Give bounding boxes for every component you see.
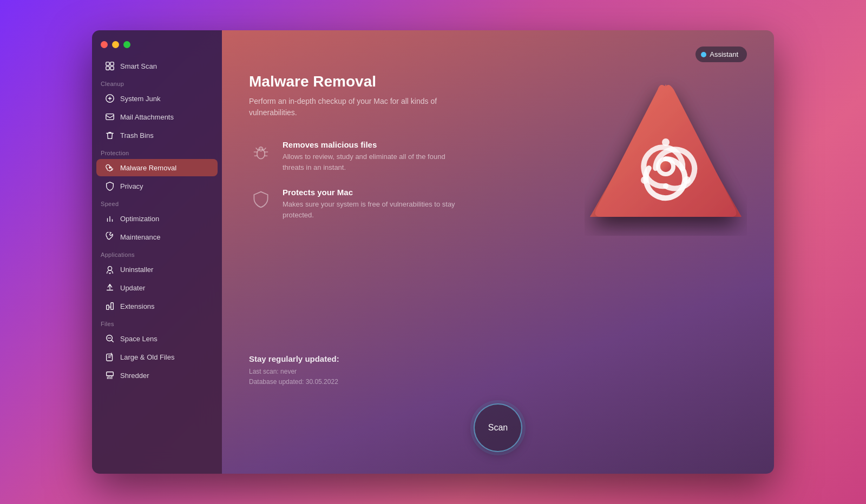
maintenance-icon <box>105 232 115 242</box>
sidebar-item-label: System Junk <box>120 95 160 103</box>
last-scan-text: Last scan: never <box>249 367 747 377</box>
sidebar-item-smart-scan[interactable]: Smart Scan <box>96 57 218 75</box>
sidebar-item-system-junk[interactable]: System Junk <box>96 90 218 107</box>
sidebar-item-privacy[interactable]: Privacy <box>96 177 218 195</box>
feature-description: Makes sure your system is free of vulner… <box>283 199 456 220</box>
assistant-status-dot <box>701 52 706 57</box>
sidebar-item-malware-removal[interactable]: Malware Removal <box>96 159 218 176</box>
feature-description: Allows to review, study and eliminate al… <box>283 151 456 173</box>
extensions-icon <box>105 301 115 311</box>
sidebar-item-optimization[interactable]: Optimization <box>96 210 218 227</box>
mail-icon <box>105 112 115 122</box>
sidebar: Smart Scan Cleanup System Junk Mail Atta… <box>92 30 222 474</box>
db-updated-text: Database updated: 30.05.2022 <box>249 377 747 387</box>
svg-point-10 <box>108 267 111 270</box>
sidebar-item-extensions[interactable]: Extensions <box>96 297 218 315</box>
page-subtitle: Perform an in-depth checkup of your Mac … <box>249 96 455 118</box>
section-label-applications: Applications <box>92 246 222 260</box>
app-window: Smart Scan Cleanup System Junk Mail Atta… <box>92 30 774 474</box>
sidebar-item-updater[interactable]: Updater <box>96 279 218 296</box>
feature-text-protects-mac: Protects your Mac Makes sure your system… <box>283 188 456 220</box>
sidebar-item-label: Optimization <box>120 215 159 223</box>
update-info: Stay regularly updated: Last scan: never… <box>249 354 747 387</box>
trash-icon <box>105 130 115 140</box>
sidebar-item-label: Mail Attachments <box>120 113 174 121</box>
section-label-speed: Speed <box>92 195 222 209</box>
scan-button[interactable]: Scan <box>474 403 522 452</box>
sidebar-item-label: Shredder <box>120 372 149 380</box>
svg-point-21 <box>641 176 648 184</box>
privacy-icon <box>105 181 115 191</box>
biohazard-illustration <box>585 74 747 236</box>
system-junk-icon <box>105 94 115 103</box>
svg-point-20 <box>662 138 670 146</box>
sidebar-item-trash-bins[interactable]: Trash Bins <box>96 127 218 144</box>
section-label-cleanup: Cleanup <box>92 75 222 89</box>
assistant-button[interactable]: Assistant <box>696 47 747 62</box>
sidebar-item-label: Uninstaller <box>120 266 153 274</box>
feature-text-malicious-files: Removes malicious files Allows to review… <box>283 140 456 173</box>
sidebar-item-label: Updater <box>120 284 145 292</box>
sidebar-item-uninstaller[interactable]: Uninstaller <box>96 261 218 278</box>
sidebar-item-label: Malware Removal <box>120 164 176 172</box>
sidebar-item-shredder[interactable]: Shredder <box>96 367 218 384</box>
svg-rect-11 <box>107 305 109 309</box>
sidebar-item-label: Space Lens <box>120 335 158 343</box>
optimization-icon <box>105 214 115 223</box>
shield-icon <box>249 188 273 211</box>
feature-title: Protects your Mac <box>283 188 456 197</box>
update-heading: Stay regularly updated: <box>249 354 747 363</box>
sidebar-item-label: Smart Scan <box>120 62 157 70</box>
svg-rect-0 <box>106 62 109 65</box>
header-bar: Assistant <box>249 47 747 62</box>
sidebar-item-label: Maintenance <box>120 233 160 241</box>
sidebar-item-label: Privacy <box>120 182 143 190</box>
updater-icon <box>105 283 115 293</box>
space-lens-icon <box>105 334 115 343</box>
scan-button-wrap: Scan <box>249 403 747 452</box>
minimize-button[interactable] <box>112 41 119 48</box>
sidebar-item-mail-attachments[interactable]: Mail Attachments <box>96 108 218 125</box>
sidebar-item-label: Extensions <box>120 302 155 310</box>
feature-title: Removes malicious files <box>283 140 456 149</box>
uninstaller-icon <box>105 264 115 274</box>
bug-icon <box>249 140 273 164</box>
svg-rect-3 <box>110 67 114 70</box>
sidebar-item-maintenance[interactable]: Maintenance <box>96 228 218 246</box>
sidebar-item-large-old-files[interactable]: Large & Old Files <box>96 348 218 366</box>
close-button[interactable] <box>101 41 108 48</box>
svg-point-22 <box>683 176 691 184</box>
window-controls <box>92 39 222 57</box>
sidebar-item-label: Trash Bins <box>120 131 154 140</box>
maximize-button[interactable] <box>123 41 130 48</box>
large-files-icon <box>105 352 115 362</box>
svg-rect-1 <box>110 62 114 65</box>
section-label-protection: Protection <box>92 144 222 158</box>
section-label-files: Files <box>92 315 222 329</box>
assistant-label: Assistant <box>710 50 738 58</box>
svg-point-19 <box>660 161 671 172</box>
main-content: Assistant <box>222 30 774 474</box>
biohazard-icon <box>105 163 115 173</box>
svg-rect-16 <box>107 372 114 376</box>
sidebar-item-space-lens[interactable]: Space Lens <box>96 330 218 347</box>
sidebar-item-label: Large & Old Files <box>120 353 174 361</box>
svg-rect-2 <box>106 67 109 70</box>
svg-rect-5 <box>106 114 114 120</box>
shredder-icon <box>105 370 115 380</box>
smart-scan-icon <box>105 61 115 71</box>
svg-rect-12 <box>111 303 114 310</box>
